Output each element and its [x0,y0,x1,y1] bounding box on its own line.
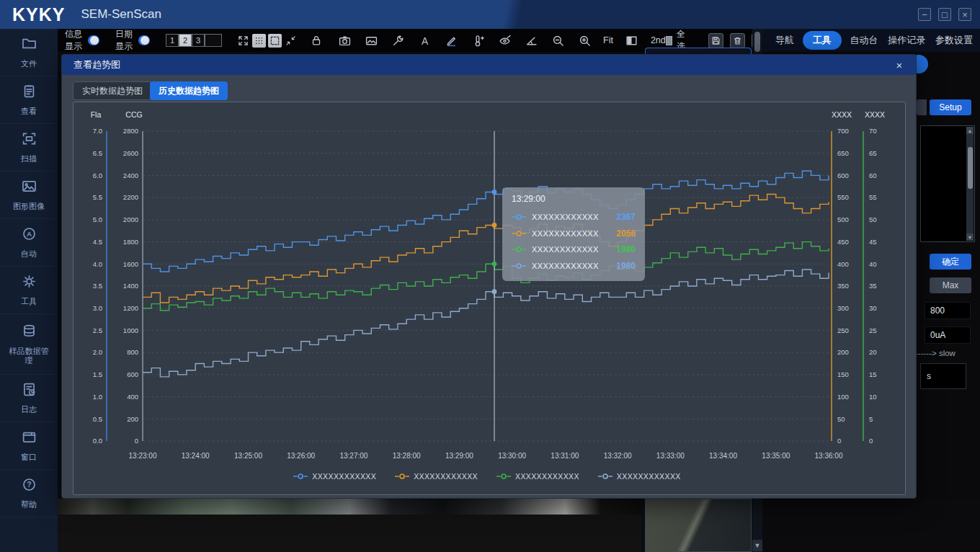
right-tab-bar: 导航工具自动台操作记录参数设置 [762,29,980,52]
sidebar-item-tools[interactable]: 工具 [0,267,58,314]
select-all-checkbox[interactable] [666,36,672,45]
partial-text-field[interactable]: s [920,363,966,389]
grid-dots-view-icon[interactable] [252,34,266,48]
svg-text:250: 250 [837,326,849,334]
sidebar-item-label: 帮助 [8,500,50,509]
tab-realtime-trend[interactable]: 实时数据趋势图 [73,81,152,100]
expand-view-icon[interactable] [236,34,250,48]
value-field-0ua[interactable]: 0uA [925,326,971,344]
dialog-close-icon[interactable]: × [893,58,906,71]
detector-listbox[interactable]: ▲ ▼ [920,125,975,242]
inspect-measure-icon[interactable] [496,32,512,48]
window-controls: − □ × [918,8,971,21]
tab-auto-stage[interactable]: 自动台 [849,32,880,49]
svg-text:6.5: 6.5 [93,149,102,157]
legend-item[interactable]: XXXXXXXXXXXX [598,470,681,483]
split-view-icon[interactable] [624,32,640,48]
tools-icon[interactable] [390,32,406,48]
measure-add-icon[interactable] [470,32,486,48]
max-button[interactable]: Max [930,277,971,293]
measure-line-icon[interactable] [443,32,459,48]
value-field-800[interactable]: 800 [925,302,971,319]
text-annotation-icon[interactable]: A [416,32,432,48]
sidebar-item-label: 扫描 [8,154,50,164]
date-display-toggle[interactable] [138,35,150,45]
scrollbar-down-icon[interactable]: ▼ [752,540,762,551]
sidebar-item-sample-data[interactable]: 样品数据管理 [0,314,58,375]
page-button-2[interactable]: 2 [179,34,192,47]
listbox-scrollbar[interactable]: ▲ ▼ [966,127,974,241]
svg-text:600: 600 [837,172,849,179]
svg-text:55: 55 [869,193,877,201]
dashed-frame-view-icon[interactable] [268,34,282,48]
svg-text:100: 100 [837,393,849,401]
image-capture-icon[interactable] [363,32,379,48]
listbox-scrollbar-thumb[interactable] [968,147,973,189]
page-button-3[interactable]: 3 [192,34,205,47]
info-display-toggle-group: 信息显示 [65,28,99,53]
setup-button[interactable]: Setup [930,99,971,115]
svg-text:2400: 2400 [123,172,138,179]
partial-button[interactable] [917,99,927,115]
svg-text:A: A [421,35,428,46]
confirm-button[interactable]: 确定 [930,254,971,270]
legend-item[interactable]: XXXXXXXXXXXX [293,470,376,483]
tab-navigation[interactable]: 导航 [774,32,796,49]
page-button-1[interactable]: 1 [166,34,179,47]
sidebar-item-view[interactable]: 查看 [0,76,58,124]
sidebar-item-graphics-image[interactable]: 图形图像 [0,172,58,219]
svg-text:0.5: 0.5 [93,415,102,423]
help-icon: ? [22,477,37,495]
svg-text:5.5: 5.5 [93,193,102,201]
svg-text:13:28:00: 13:28:00 [393,452,421,460]
zoom-out-icon[interactable] [550,32,566,48]
sidebar-item-window[interactable]: 窗口 [0,422,58,470]
tab-history-trend[interactable]: 历史数据趋势图 [150,81,228,100]
sidebar-item-label: 样品数据管理 [8,347,50,365]
chart-panel: FlaCCGXXXXXXXX7.02800700706.52600650656.… [73,102,906,495]
sidebar-item-log[interactable]: 日志 [0,375,58,422]
tool-icons: AFit2nd [337,32,666,48]
zoom-in-icon[interactable] [576,32,592,48]
tooltip-time: 13:29:00 [512,194,636,204]
trend-chart-dialog: 查看趋势图 × 实时数据趋势图 历史数据趋势图 FlaCCGXXXXXXXX7.… [61,54,917,499]
sidebar-item-files[interactable]: 文件 [0,29,58,76]
svg-text:500: 500 [837,215,849,223]
legend-item[interactable]: XXXXXXXXXXXX [395,470,478,483]
legend-label: XXXXXXXXXXXX [515,472,579,481]
measure-angle-icon[interactable] [523,32,539,48]
tab-operation-record[interactable]: 操作记录 [886,32,927,49]
active-image-tab[interactable] [645,48,752,54]
delete-icon[interactable] [730,33,745,48]
tab-parameter-settings[interactable]: 参数设置 [934,32,974,49]
window-icon [22,429,37,448]
info-display-toggle[interactable] [88,35,99,45]
second-detector-button[interactable]: 2nd [651,35,666,45]
minimize-button[interactable]: − [918,8,931,21]
svg-text:CCG: CCG [125,110,142,119]
tooltip-row: XXXXXXXXXXXX2056 [512,226,636,242]
legend-item[interactable]: XXXXXXXXXXXX [496,470,579,483]
close-button[interactable]: × [958,8,971,21]
lock-icon[interactable] [311,32,322,48]
corner-frame-view-icon[interactable] [284,34,298,48]
fit-button[interactable]: Fit [603,35,613,45]
scroll-up-icon[interactable]: ▲ [966,127,974,134]
svg-text:2.5: 2.5 [93,326,102,334]
scroll-down-icon[interactable]: ▼ [966,233,974,241]
save-icon[interactable] [708,33,723,48]
snapshot-icon[interactable] [337,32,352,48]
sidebar-item-label: 窗口 [8,453,50,462]
main-scrollbar-thumb[interactable] [754,32,760,52]
sem-image-thumbnail[interactable] [645,499,752,552]
tab-tools[interactable]: 工具 [803,31,842,50]
picture-icon [22,179,37,197]
svg-text:3.0: 3.0 [93,304,102,312]
sidebar-item-help[interactable]: ?帮助 [0,470,58,517]
page-button-blank[interactable] [205,34,222,47]
sidebar-item-auto[interactable]: A自动 [0,219,58,267]
sidebar-item-label: 查看 [8,107,50,116]
maximize-button[interactable]: □ [938,8,951,21]
toggle-knob [90,36,99,45]
sidebar-item-scan[interactable]: 扫描 [0,124,58,172]
